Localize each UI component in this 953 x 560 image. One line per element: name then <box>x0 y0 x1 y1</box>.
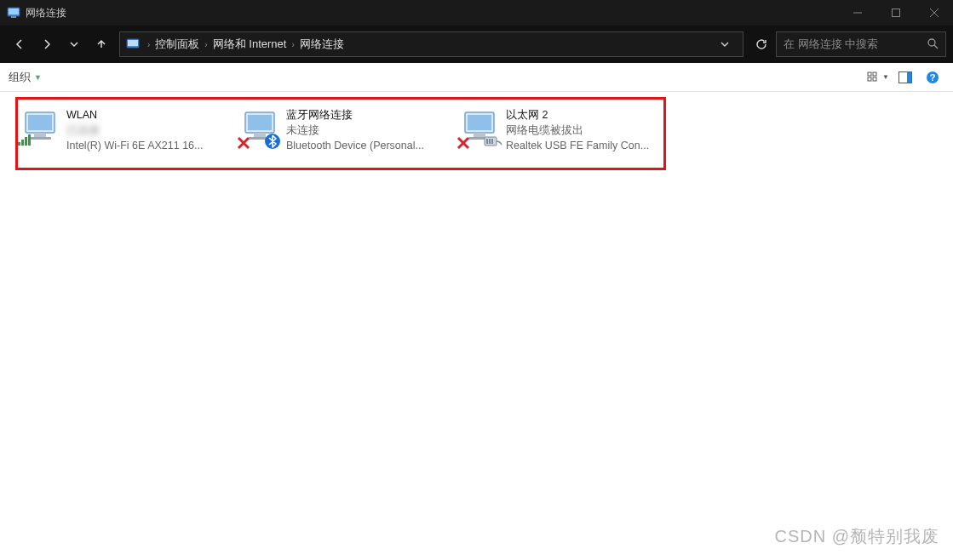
dropdown-triangle-icon: ▼ <box>34 73 42 82</box>
view-options-button[interactable]: ▼ <box>866 67 890 88</box>
forward-button[interactable] <box>34 31 60 57</box>
search-input[interactable]: 在 网络连接 中搜索 <box>776 31 946 57</box>
maximize-button[interactable] <box>876 0 915 26</box>
address-bar[interactable]: › 控制面板 › 网络和 Internet › 网络连接 <box>119 31 743 57</box>
svg-rect-5 <box>128 40 138 46</box>
svg-rect-29 <box>468 115 491 130</box>
connection-name: 蓝牙网络连接 <box>286 107 445 123</box>
watermark-text: CSDN @颓特别我废 <box>774 525 939 548</box>
dropdown-triangle-icon: ▼ <box>882 73 889 81</box>
content-area: WLAN 已连接 Intel(R) Wi-Fi 6E AX211 16... <box>0 92 953 169</box>
bluetooth-adapter-icon <box>238 107 279 148</box>
titlebar: 网络连接 <box>0 0 953 26</box>
svg-rect-34 <box>489 139 491 144</box>
connection-device: Intel(R) Wi-Fi 6E AX211 16... <box>66 138 225 153</box>
preview-pane-button[interactable] <box>893 67 917 88</box>
disconnected-x-icon <box>456 136 470 150</box>
svg-rect-8 <box>873 72 876 76</box>
svg-point-6 <box>928 39 935 46</box>
svg-rect-35 <box>491 139 493 144</box>
connections-list: WLAN 已连接 Intel(R) Wi-Fi 6E AX211 16... <box>5 97 948 163</box>
window-title: 网络连接 <box>26 6 66 20</box>
minimize-button[interactable] <box>838 0 876 26</box>
organize-label: 组织 <box>9 70 31 85</box>
recent-locations-button[interactable] <box>61 31 87 57</box>
connection-name: 以太网 2 <box>506 107 664 123</box>
organize-button[interactable]: 组织 ▼ <box>9 70 42 85</box>
svg-rect-1 <box>9 9 19 14</box>
chevron-right-icon: › <box>203 40 209 49</box>
connection-status: 未连接 <box>286 123 445 138</box>
disconnected-x-icon <box>237 136 250 150</box>
ethernet-plug-icon <box>484 134 502 151</box>
connection-item-wlan[interactable]: WLAN 已连接 Intel(R) Wi-Fi 6E AX211 16... <box>15 104 228 157</box>
connection-item-ethernet[interactable]: 以太网 2 网络电缆被拔出 Realtek USB FE Family Con.… <box>455 104 668 157</box>
svg-rect-10 <box>873 77 876 81</box>
connection-status: 已连接 <box>66 123 225 138</box>
signal-bars-icon <box>17 133 34 150</box>
breadcrumb-item[interactable]: 网络连接 <box>296 37 347 52</box>
connection-device: Bluetooth Device (Personal... <box>286 138 445 153</box>
back-button[interactable] <box>7 31 32 57</box>
location-icon <box>125 37 141 52</box>
refresh-button[interactable] <box>749 31 774 57</box>
connection-name: WLAN <box>66 107 225 123</box>
svg-rect-7 <box>868 72 871 76</box>
svg-rect-21 <box>25 137 27 146</box>
command-bar: 组织 ▼ ▼ ? <box>0 63 953 92</box>
svg-rect-2 <box>11 16 16 18</box>
up-button[interactable] <box>89 31 114 57</box>
svg-rect-19 <box>18 142 20 146</box>
breadcrumb-item[interactable]: 控制面板 <box>152 37 203 52</box>
svg-rect-17 <box>34 133 46 137</box>
connection-item-bluetooth[interactable]: 蓝牙网络连接 未连接 Bluetooth Device (Personal... <box>235 104 448 157</box>
breadcrumb-item[interactable]: 网络和 Internet <box>210 37 290 52</box>
search-icon <box>927 37 939 52</box>
chevron-right-icon: › <box>146 40 152 49</box>
navigation-bar: › 控制面板 › 网络和 Internet › 网络连接 在 网络连接 中搜索 <box>0 26 953 63</box>
svg-rect-9 <box>868 77 871 81</box>
svg-rect-22 <box>28 134 31 146</box>
svg-rect-12 <box>907 71 912 83</box>
svg-rect-16 <box>28 115 52 130</box>
ethernet-adapter-icon <box>458 107 499 148</box>
address-dropdown-button[interactable] <box>712 31 738 57</box>
svg-text:?: ? <box>930 72 936 83</box>
connection-status: 网络电缆被拔出 <box>506 123 664 138</box>
svg-rect-20 <box>21 140 24 146</box>
connection-device: Realtek USB FE Family Con... <box>506 138 664 153</box>
chevron-right-icon: › <box>290 40 296 49</box>
app-icon <box>7 6 20 20</box>
svg-rect-24 <box>248 115 272 130</box>
svg-rect-33 <box>486 139 488 144</box>
bluetooth-icon <box>264 133 281 150</box>
help-button[interactable]: ? <box>921 67 944 88</box>
wifi-adapter-icon <box>19 107 60 148</box>
search-placeholder: 在 网络连接 中搜索 <box>784 37 927 52</box>
close-button[interactable] <box>915 0 953 26</box>
svg-rect-3 <box>892 9 899 17</box>
